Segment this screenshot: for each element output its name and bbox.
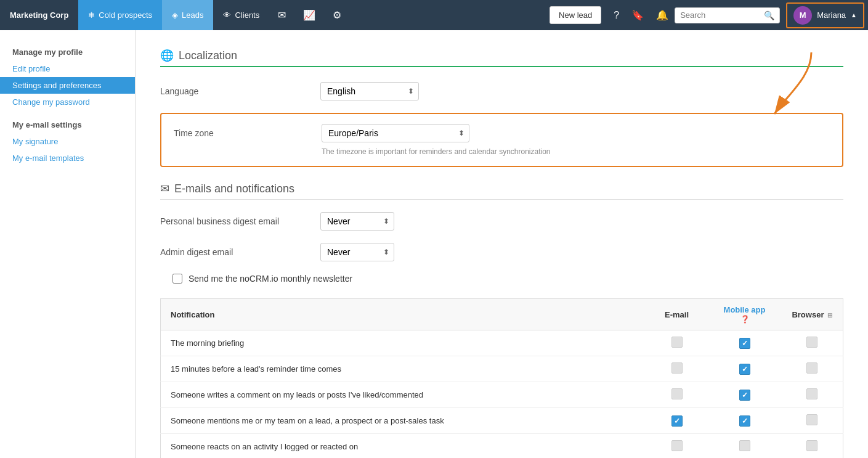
notification-button[interactable]: 🔔 xyxy=(650,0,675,30)
notif-label: Someone writes a comment on my leads or … xyxy=(161,382,646,408)
username-label: Mariana xyxy=(817,10,846,20)
notif-email-cell[interactable] xyxy=(646,330,708,356)
notif-email-cell[interactable] xyxy=(646,382,708,408)
mobile-app-label: Mobile app xyxy=(724,305,766,314)
sidebar-item-settings[interactable]: Settings and preferences xyxy=(0,77,135,94)
gear-icon: ⚙ xyxy=(333,9,341,21)
search-box[interactable]: 🔍 xyxy=(675,7,780,23)
table-row: 15 minutes before a lead's reminder time… xyxy=(161,356,843,382)
table-header-row: Notification E-mail Mobile app ❓ Browser… xyxy=(161,299,843,330)
nav-cold-prospects[interactable]: ❄ Cold prospects xyxy=(78,0,162,30)
bookmark-button[interactable]: 🔖 xyxy=(625,0,650,30)
timezone-label: Time zone xyxy=(174,128,322,138)
chart-icon: 📈 xyxy=(303,9,315,21)
notif-mobile-cell[interactable]: ✓ xyxy=(708,356,782,382)
mobile-checkbox[interactable] xyxy=(739,440,750,451)
notif-email-cell[interactable]: ✓ xyxy=(646,408,708,434)
admin-digest-label: Admin digest email xyxy=(160,247,320,257)
email-checkbox[interactable] xyxy=(671,362,683,374)
col-mobile-header: Mobile app ❓ xyxy=(708,299,782,330)
nav-leads[interactable]: ◈ Leads xyxy=(162,0,213,30)
admin-digest-row: Admin digest email Never ⬍ xyxy=(160,243,843,261)
sidebar-section-email: My e-mail settings xyxy=(0,110,135,133)
browser-checkbox[interactable] xyxy=(806,388,817,399)
notif-label: Someone mentions me or my team on a lead… xyxy=(161,408,646,434)
mobile-help-icon[interactable]: ❓ xyxy=(740,315,750,324)
notifications-table: Notification E-mail Mobile app ❓ Browser… xyxy=(160,298,843,458)
sidebar-item-signature[interactable]: My signature xyxy=(0,133,135,150)
notif-email-cell[interactable] xyxy=(646,356,708,382)
avatar: M xyxy=(793,6,812,25)
sidebar-item-change-password[interactable]: Change my password xyxy=(0,94,135,110)
browser-checkbox[interactable] xyxy=(806,362,817,374)
timezone-select-wrapper[interactable]: Europe/Paris ⬍ xyxy=(322,124,469,142)
bookmark-icon: 🔖 xyxy=(631,9,644,21)
mobile-checkbox[interactable]: ✓ xyxy=(739,338,750,349)
notif-browser-cell[interactable] xyxy=(782,330,843,356)
timezone-box: Time zone Europe/Paris ⬍ The timezone is… xyxy=(160,113,843,167)
top-nav: Marketing Corp ❄ Cold prospects ◈ Leads … xyxy=(0,0,868,30)
newsletter-label: Send me the noCRM.io monthly newsletter xyxy=(189,274,352,284)
language-select[interactable]: English xyxy=(320,82,419,100)
notif-label: 15 minutes before a lead's reminder time… xyxy=(161,356,646,382)
notif-browser-cell[interactable] xyxy=(782,408,843,434)
language-row: Language English ⬍ xyxy=(160,82,843,100)
email-icon: ✉ xyxy=(278,9,286,21)
table-row: Someone mentions me or my team on a lead… xyxy=(161,408,843,434)
cold-prospects-icon: ❄ xyxy=(88,10,95,20)
notif-browser-cell[interactable] xyxy=(782,434,843,459)
email-checkbox[interactable]: ✓ xyxy=(671,415,683,427)
browser-checkbox[interactable] xyxy=(806,440,817,451)
newsletter-checkbox[interactable] xyxy=(172,274,182,284)
email-checkbox[interactable] xyxy=(671,337,683,348)
email-notifications-header: ✉ E-mails and notifications xyxy=(160,182,843,195)
user-menu[interactable]: M Mariana ▲ xyxy=(786,2,864,28)
col-email-header: E-mail xyxy=(646,299,708,330)
mobile-checkbox[interactable]: ✓ xyxy=(739,415,750,427)
clients-icon: 👁 xyxy=(223,10,231,20)
notif-email-cell[interactable] xyxy=(646,434,708,459)
browser-checkbox[interactable] xyxy=(806,337,817,348)
bell-icon: 🔔 xyxy=(656,9,668,21)
notif-browser-cell[interactable] xyxy=(782,356,843,382)
language-select-wrapper[interactable]: English ⬍ xyxy=(320,82,419,100)
personal-digest-select[interactable]: Never xyxy=(320,212,394,231)
personal-digest-select-wrapper[interactable]: Never ⬍ xyxy=(320,212,394,231)
timezone-select[interactable]: Europe/Paris xyxy=(322,124,469,142)
notif-mobile-cell[interactable]: ✓ xyxy=(708,408,782,434)
help-button[interactable]: ? xyxy=(607,0,625,30)
col-browser-header: Browser ⊞ xyxy=(782,299,843,330)
admin-digest-select[interactable]: Never xyxy=(320,243,394,261)
search-input[interactable] xyxy=(680,10,760,20)
nav-settings[interactable]: ⚙ xyxy=(324,0,350,30)
browser-grid-icon: ⊞ xyxy=(827,312,832,319)
main-content: 🌐 Localization Language English ⬍ xyxy=(136,30,868,458)
sidebar-item-edit-profile[interactable]: Edit profile xyxy=(0,60,135,77)
localization-divider xyxy=(160,66,843,67)
nav-email[interactable]: ✉ xyxy=(269,0,294,30)
sidebar: Manage my profile Edit profile Settings … xyxy=(0,30,136,458)
email-notifications-divider xyxy=(160,199,843,200)
email-checkbox[interactable] xyxy=(671,440,683,451)
new-lead-button[interactable]: New lead xyxy=(550,6,601,24)
language-label: Language xyxy=(160,86,320,96)
timezone-row: Time zone Europe/Paris ⬍ xyxy=(174,124,830,142)
search-icon: 🔍 xyxy=(764,10,774,20)
email-checkbox[interactable] xyxy=(671,388,683,399)
email-notifications-section: ✉ E-mails and notifications Personal bus… xyxy=(160,182,843,458)
admin-digest-select-wrapper[interactable]: Never ⬍ xyxy=(320,243,394,261)
brand-logo[interactable]: Marketing Corp xyxy=(0,0,78,30)
notif-mobile-cell[interactable] xyxy=(708,434,782,459)
localization-section: 🌐 Localization Language English ⬍ xyxy=(160,49,843,167)
notif-mobile-cell[interactable]: ✓ xyxy=(708,382,782,408)
browser-checkbox[interactable] xyxy=(806,414,817,425)
notif-mobile-cell[interactable]: ✓ xyxy=(708,330,782,356)
sidebar-section-manage: Manage my profile xyxy=(0,43,135,60)
notif-browser-cell[interactable] xyxy=(782,382,843,408)
mobile-checkbox[interactable]: ✓ xyxy=(739,390,750,401)
nav-clients[interactable]: 👁 Clients xyxy=(213,0,269,30)
nav-chart[interactable]: 📈 xyxy=(294,0,324,30)
mobile-checkbox[interactable]: ✓ xyxy=(739,364,750,375)
table-row: Someone reacts on an activity I logged o… xyxy=(161,434,843,459)
sidebar-item-email-templates[interactable]: My e-mail templates xyxy=(0,150,135,166)
